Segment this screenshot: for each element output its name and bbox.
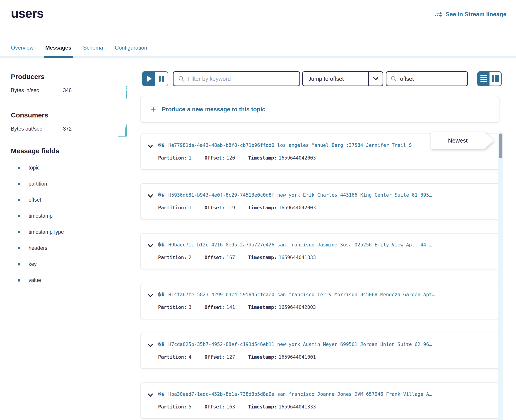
field-bullet-icon: [18, 247, 20, 249]
field-bullet-icon: [18, 263, 20, 265]
expand-chevron-icon[interactable]: [147, 143, 154, 149]
message-metadata: Partition:1Offset:119Timestamp:165964404…: [158, 205, 316, 210]
offset-label: Offset:: [205, 255, 225, 260]
timestamp-value: 1659644041333: [279, 404, 316, 410]
offset-value: 119: [226, 205, 235, 210]
scrollbar-track[interactable]: [498, 132, 503, 420]
tab-messages[interactable]: Messages: [45, 44, 71, 58]
tooltip-arrow-icon: [485, 132, 494, 149]
message-metadata: Partition:1Offset:120Timestamp:165964404…: [158, 155, 316, 161]
message-preview: ��H14fa67fe-5823-4299-b3c4-595845cfcae0 …: [158, 292, 493, 297]
field-item-headers: headers: [11, 245, 64, 251]
messages-toolbar: Jump to offset: [140, 71, 503, 86]
timestamp-value: 1659644042003: [279, 305, 316, 310]
play-icon: [147, 76, 152, 82]
offset-value: 167: [226, 255, 235, 260]
unknown-char-icon: ��: [158, 242, 165, 248]
message-row[interactable]: ��H14fa67fe-5823-4299-b3c4-595845cfcae0 …: [140, 283, 500, 319]
bytes-in-label: Bytes in/sec: [11, 87, 39, 93]
message-preview-text: H9bacc71c-b12c-4216-8e95-2a7da727e426 sa…: [168, 242, 432, 248]
message-row[interactable]: ��H7cda825b-35b7-4952-88ef-c193d546eb11 …: [140, 333, 500, 369]
message-row[interactable]: ��H9bacc71c-b12c-4216-8e95-2a7da727e426 …: [140, 233, 500, 269]
unknown-char-icon: ��: [158, 342, 165, 347]
filter-keyword-input[interactable]: [188, 75, 300, 82]
pause-button[interactable]: [155, 72, 168, 86]
bytes-out-stat: Bytes out/sec 372: [11, 124, 133, 138]
jump-to-offset-select[interactable]: Jump to offset: [302, 71, 383, 86]
offset-label: Offset:: [205, 155, 225, 161]
unknown-char-icon: ��: [158, 292, 165, 297]
field-bullet-icon: [18, 279, 20, 282]
play-pause-toggle: [142, 71, 168, 86]
field-bullet-icon: [18, 231, 20, 233]
message-metadata: Partition:3Offset:141Timestamp:165964404…: [158, 305, 316, 310]
message-row[interactable]: ��H5936db81-b943-4e0f-8c29-74513e0c0d8f …: [140, 183, 500, 219]
offset-value: 163: [226, 404, 235, 410]
offset-search-field: [386, 71, 468, 86]
column-view-button[interactable]: [490, 72, 501, 86]
search-icon: [391, 75, 397, 82]
play-button[interactable]: [143, 72, 155, 86]
timestamp-value: 1659644042003: [279, 205, 316, 210]
expand-chevron-icon[interactable]: [147, 392, 154, 398]
message-row[interactable]: ��Hba30eed7-1edc-452b-8b1a-738d3b5d8a9a …: [140, 382, 500, 419]
timestamp-label: Timestamp:: [248, 205, 277, 210]
field-bullet-icon: [18, 183, 20, 185]
column-view-icon: [492, 75, 499, 82]
offset-label: Offset:: [205, 354, 225, 360]
offset-input[interactable]: [400, 75, 473, 82]
partition-label: Partition:: [158, 404, 187, 410]
timestamp-value: 1659644041333: [279, 255, 316, 260]
field-item-key: key: [11, 261, 64, 267]
bytes-out-sparkline: [118, 124, 129, 138]
list-view-button[interactable]: [478, 72, 490, 86]
plus-icon: +: [150, 105, 156, 114]
message-preview: ��H5936db81-b943-4e0f-8c29-74513e0c0d8f …: [158, 192, 493, 198]
bytes-out-label: Bytes out/sec: [11, 126, 42, 132]
page-title: users: [11, 6, 44, 21]
timestamp-value: 1659644042003: [279, 155, 316, 161]
message-preview-text: H7cda825b-35b7-4952-88ef-c193d546eb11 ne…: [168, 342, 432, 347]
bytes-in-sparkline: [118, 85, 129, 100]
offset-label: Offset:: [205, 305, 225, 310]
chevron-down-icon: [368, 72, 383, 86]
field-item-timestamp: timestamp: [11, 213, 64, 219]
partition-value: 3: [188, 305, 191, 310]
timestamp-label: Timestamp:: [248, 255, 277, 260]
field-bullet-icon: [18, 215, 20, 217]
partition-value: 5: [188, 404, 191, 410]
message-metadata: Partition:4Offset:127Timestamp:165964404…: [158, 354, 316, 360]
field-bullet-icon: [18, 199, 20, 201]
field-bullet-icon: [18, 167, 20, 169]
offset-value: 127: [226, 354, 235, 360]
field-item-timestampType: timestampType: [11, 229, 64, 235]
partition-value: 4: [188, 354, 191, 360]
partition-label: Partition:: [158, 305, 187, 310]
expand-chevron-icon[interactable]: [147, 342, 154, 348]
message-fields-heading: Message fields: [11, 147, 59, 155]
field-item-offset: offset: [11, 197, 64, 203]
produce-message-button[interactable]: + Produce a new message to this topic: [140, 96, 500, 123]
expand-chevron-icon[interactable]: [147, 243, 154, 249]
message-metadata: Partition:2Offset:167Timestamp:165964404…: [158, 255, 316, 260]
field-item-partition: partition: [11, 181, 64, 187]
bytes-in-value: 346: [63, 87, 72, 93]
expand-chevron-icon[interactable]: [147, 292, 154, 299]
unknown-char-icon: ��: [158, 142, 165, 148]
message-preview-text: H5936db81-b943-4e0f-8c29-74513e0c0d8f ne…: [168, 192, 432, 198]
partition-value: 1: [188, 155, 191, 161]
partition-value: 2: [188, 255, 191, 260]
message-preview: ��H7cda825b-35b7-4952-88ef-c193d546eb11 …: [158, 342, 493, 347]
message-list: ��He77981da-4a43-48ab-b8f8-cb71b96ffdd0 …: [140, 134, 500, 420]
scrollbar-thumb[interactable]: [499, 134, 502, 158]
message-preview-text: Hba30eed7-1edc-452b-8b1a-738d3b5d8a9a sa…: [168, 391, 432, 397]
filter-field: [173, 71, 300, 86]
message-metadata: Partition:5Offset:163Timestamp:165964404…: [158, 404, 316, 410]
search-icon: [178, 75, 184, 82]
offset-label: Offset:: [205, 404, 225, 410]
expand-chevron-icon[interactable]: [147, 193, 154, 199]
pause-icon: [159, 76, 164, 82]
jump-to-offset-value: Jump to offset: [303, 75, 368, 82]
offset-value: 141: [226, 305, 235, 310]
produce-message-label: Produce a new message to this topic: [162, 106, 265, 113]
